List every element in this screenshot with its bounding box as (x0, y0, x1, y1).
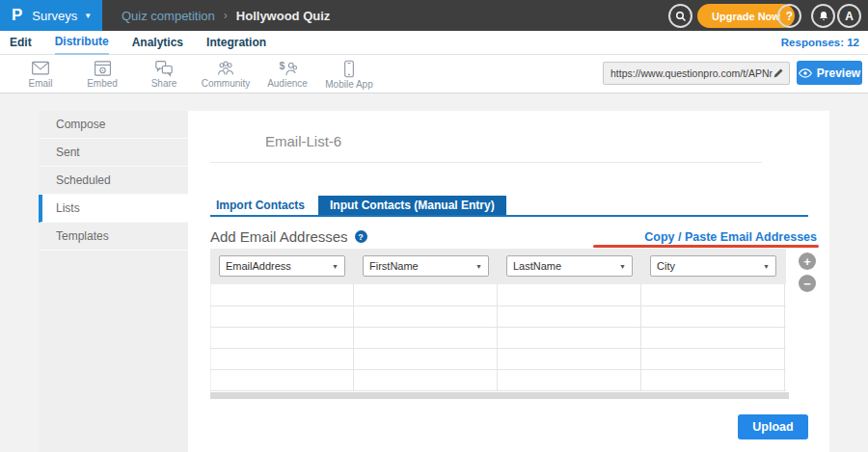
chevron-down-icon: ▼ (619, 263, 626, 270)
pencil-edit-icon[interactable] (773, 67, 784, 79)
account-avatar[interactable]: A (837, 4, 861, 28)
notifications-button[interactable] (811, 4, 835, 28)
title-divider (210, 162, 762, 163)
toolbar-item-community[interactable]: Community (195, 55, 257, 93)
chevron-down-icon: ▼ (763, 263, 770, 270)
contact-cell[interactable] (498, 370, 641, 390)
nav-item-edit[interactable]: Edit (10, 32, 32, 54)
help-button[interactable]: ? (777, 4, 801, 28)
app-menu-label: Surveys (32, 9, 77, 23)
contacts-tabs: Import Contacts Input Contacts (Manual E… (210, 196, 506, 215)
column-header: City ▼ (641, 249, 785, 284)
upload-button[interactable]: Upload (738, 414, 808, 439)
nav-item-distribute[interactable]: Distribute (55, 31, 109, 55)
copy-paste-link[interactable]: Copy / Paste Email Addresses (644, 230, 817, 244)
contact-cell[interactable] (641, 349, 785, 369)
contact-row (210, 327, 786, 348)
contact-cell[interactable] (354, 370, 498, 390)
column-header: FirstName ▼ (354, 249, 498, 284)
contact-cell[interactable] (354, 306, 498, 327)
contact-row (210, 369, 786, 390)
column-select-city[interactable]: City ▼ (650, 255, 776, 277)
column-header: LastName ▼ (498, 249, 641, 284)
contact-cell[interactable] (641, 284, 785, 306)
toolbar-label: Email (28, 78, 52, 89)
question-mark-icon: ? (786, 10, 793, 23)
lists-panel: Email-List-6 Import Contacts Input Conta… (188, 111, 829, 452)
top-bar: P Surveys ▼ Quiz competition › Hollywood… (0, 0, 868, 31)
contact-cell[interactable] (210, 328, 354, 348)
contact-cell[interactable] (210, 306, 354, 327)
toolbar-item-mobile-app[interactable]: Mobile App (318, 55, 380, 93)
responses-count[interactable]: Responses: 12 (781, 31, 859, 55)
contact-cell[interactable] (498, 328, 641, 348)
toolbar-label: Embed (87, 78, 118, 89)
surveys-app-menu[interactable]: P Surveys ▼ (0, 0, 102, 31)
search-button[interactable] (668, 4, 692, 28)
sidebar-item-scheduled[interactable]: Scheduled (39, 167, 188, 195)
nav-item-analytics[interactable]: Analytics (132, 32, 183, 54)
survey-nav: Edit Distribute Analytics Integration Re… (0, 31, 868, 55)
chevron-down-icon: ▼ (475, 263, 482, 270)
contact-cell[interactable] (210, 349, 354, 369)
add-email-header: Add Email Addresses ? Copy / Paste Email… (210, 228, 817, 245)
tab-import-contacts[interactable]: Import Contacts (210, 196, 311, 215)
sidebar-item-compose[interactable]: Compose (39, 111, 188, 139)
toolbar-item-share[interactable]: Share (133, 55, 195, 93)
help-icon[interactable]: ? (355, 230, 367, 243)
add-row-button[interactable]: + (799, 253, 816, 270)
toolbar-label: Community (202, 78, 251, 89)
toolbar-item-audience[interactable]: $ Audience (257, 55, 318, 93)
preview-button[interactable]: Preview (797, 61, 862, 85)
toolbar-item-embed[interactable]: Embed (71, 55, 133, 93)
tab-input-contacts-manual[interactable]: Input Contacts (Manual Entry) (318, 196, 506, 215)
survey-url-box (603, 62, 790, 85)
contact-cell[interactable] (641, 306, 785, 327)
chevron-down-icon: ▼ (332, 263, 339, 270)
contact-cell[interactable] (210, 284, 354, 306)
embed-icon (94, 60, 112, 77)
toolbar-item-email[interactable]: Email (10, 55, 71, 93)
email-sidebar: Compose Sent Scheduled Lists Templates (39, 111, 188, 452)
mobile-icon (343, 60, 355, 78)
contact-cell[interactable] (354, 349, 498, 369)
contact-row (210, 306, 786, 327)
bell-icon (818, 10, 829, 22)
envelope-icon (31, 60, 50, 77)
sidebar-item-sent[interactable]: Sent (39, 139, 188, 167)
select-value: LastName (507, 260, 561, 272)
contact-cell[interactable] (354, 284, 498, 306)
distribute-toolbar: Email Embed Share (0, 55, 868, 93)
contact-cell[interactable] (498, 306, 641, 327)
contact-cell[interactable] (354, 328, 498, 348)
contacts-table-body (210, 284, 786, 391)
preview-label: Preview (817, 66, 860, 80)
sidebar-item-lists[interactable]: Lists (39, 195, 188, 223)
annotation-underline (593, 245, 819, 248)
select-value: EmailAddress (220, 260, 291, 272)
column-header: EmailAddress ▼ (210, 249, 354, 284)
chevron-down-icon: ▼ (84, 12, 92, 20)
nav-item-integration[interactable]: Integration (206, 32, 266, 54)
svg-text:$: $ (279, 60, 285, 71)
contact-cell[interactable] (210, 370, 354, 390)
share-icon (154, 60, 174, 77)
audience-icon: $ (278, 60, 298, 77)
contact-cell[interactable] (498, 349, 641, 369)
column-select-emailaddress[interactable]: EmailAddress ▼ (219, 255, 345, 277)
contact-cell[interactable] (641, 370, 785, 390)
remove-row-button[interactable]: − (799, 275, 816, 292)
breadcrumb-parent[interactable]: Quiz competition (122, 9, 215, 23)
survey-url-input[interactable] (610, 67, 773, 79)
contact-cell[interactable] (498, 284, 641, 306)
contact-cell[interactable] (641, 328, 785, 348)
select-value: FirstName (364, 260, 419, 272)
column-select-firstname[interactable]: FirstName ▼ (363, 255, 489, 277)
eye-icon (799, 68, 812, 78)
column-select-lastname[interactable]: LastName ▼ (506, 255, 633, 277)
add-email-heading-text: Add Email Addresses (210, 228, 348, 245)
contacts-table-header: EmailAddress ▼ FirstName ▼ LastName ▼ Ci… (210, 249, 786, 284)
breadcrumb-current: Hollywood Quiz (236, 9, 331, 23)
sidebar-item-templates[interactable]: Templates (39, 223, 188, 251)
horizontal-scrollbar[interactable] (210, 392, 789, 399)
